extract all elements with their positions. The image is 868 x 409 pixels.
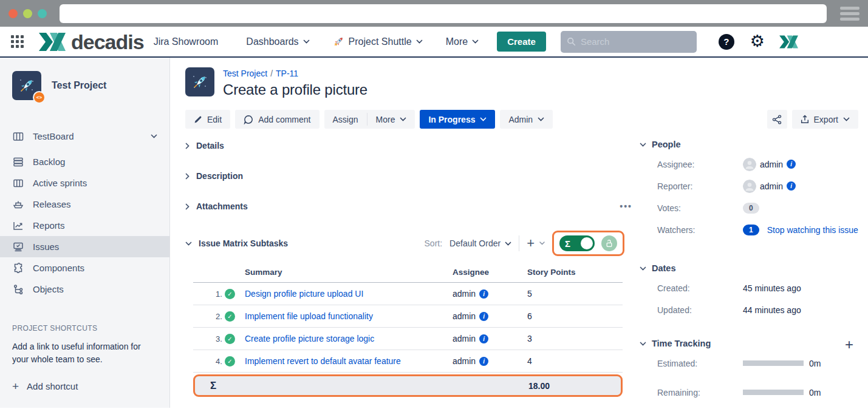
url-input[interactable] (60, 4, 827, 23)
project-header[interactable]: <> Test Project (0, 71, 169, 100)
column-assignee: Assignee (453, 268, 527, 277)
chevron-down-icon[interactable] (151, 134, 157, 138)
sum-toggle-on[interactable]: Σ (559, 235, 595, 251)
add-subtask-button[interactable]: + (527, 237, 545, 250)
project-avatar: <> (12, 71, 41, 100)
dates-header[interactable]: Dates (640, 263, 858, 273)
section-description[interactable]: Description (185, 170, 640, 182)
app-switcher-icon[interactable] (11, 35, 24, 48)
chevron-down-icon[interactable] (640, 143, 646, 147)
section-attachments[interactable]: Attachments ••• (185, 200, 640, 212)
chevron-down-icon[interactable] (640, 342, 646, 346)
info-icon[interactable]: i (479, 289, 488, 299)
sidebar-item-components[interactable]: Components (0, 257, 169, 279)
nav-project-shuttle[interactable]: Project Shuttle (333, 36, 423, 47)
info-icon[interactable]: i (479, 357, 488, 366)
settings-gear-icon[interactable]: ⚙ (750, 33, 765, 50)
section-details[interactable]: Details (185, 140, 640, 152)
subtask-row: 3.✓ Create profile picture storage logic… (193, 328, 623, 350)
remaining-bar (743, 390, 804, 395)
sort-dropdown[interactable]: Default Order (449, 238, 511, 248)
chevron-down-icon (538, 117, 544, 121)
decadis-logo[interactable]: decadis (38, 30, 144, 54)
chevron-down-icon (472, 39, 479, 44)
avatar (743, 158, 756, 171)
info-icon[interactable]: i (479, 334, 488, 343)
nav-dashboards[interactable]: Dashboards (246, 36, 309, 47)
sidebar-item-objects[interactable]: Objects (0, 279, 169, 300)
share-button[interactable] (767, 110, 787, 129)
subtask-link[interactable]: Create profile picture storage logic (245, 334, 374, 343)
subtask-link[interactable]: Implement revert to default avatar featu… (245, 356, 401, 366)
add-shortcut-button[interactable]: + Add shortcut (12, 380, 157, 392)
unlock-button[interactable] (601, 235, 617, 251)
sidebar-item-releases[interactable]: Releases (0, 194, 169, 215)
chevron-down-icon[interactable] (185, 242, 192, 246)
plus-icon: + (12, 380, 19, 392)
chevron-down-icon[interactable] (640, 266, 646, 271)
info-icon[interactable]: i (787, 181, 796, 191)
breadcrumb-project-link[interactable]: Test Project (223, 69, 267, 78)
row-number: 1. (216, 289, 222, 299)
search-box[interactable] (561, 31, 697, 53)
nav-more[interactable]: More (446, 36, 479, 47)
breadcrumb-issue-key-link[interactable]: TP-11 (276, 69, 298, 78)
edit-button[interactable]: Edit (185, 110, 230, 129)
time-tracking-header[interactable]: Time Tracking + (640, 339, 858, 348)
time-tracking-group: Time Tracking + Estimated: 0m Remaining:… (640, 339, 858, 409)
row-number: 2. (216, 312, 222, 321)
search-input[interactable] (581, 36, 691, 47)
stop-watching-link[interactable]: Stop watching this issue (767, 225, 858, 235)
chevron-down-icon[interactable] (539, 242, 545, 245)
issue-toolbar: Edit Add comment Assign More In Progress (185, 110, 858, 129)
avatar-logo-mark (779, 33, 798, 50)
people-header[interactable]: People (640, 140, 858, 149)
user-avatar[interactable] (779, 33, 798, 50)
status-dropdown-button[interactable]: In Progress (420, 110, 495, 129)
subtasks-table-header: Summary Assignee Story Points (193, 262, 623, 283)
reporter-name[interactable]: admin (760, 181, 783, 191)
assign-button[interactable]: Assign (324, 110, 367, 129)
watchers-badge[interactable]: 1 (743, 225, 759, 235)
dates-group: Dates Created: 45 minutes ago Updated: 4… (640, 263, 858, 317)
sidebar-item-active-sprints[interactable]: Active sprints (0, 172, 169, 194)
remaining-value: 0m (809, 388, 821, 397)
log-work-plus-icon[interactable]: + (845, 336, 853, 353)
subtask-link[interactable]: Design profile picture upload UI (245, 289, 363, 299)
create-button[interactable]: Create (497, 32, 546, 52)
attachments-more-actions-icon[interactable]: ••• (620, 201, 632, 211)
issue-side-column: People Assignee: admin i Reporter: (640, 129, 858, 409)
sidebar-item-testboard[interactable]: TestBoard (0, 126, 169, 147)
issue-matrix-title[interactable]: Issue Matrix Subtasks (199, 238, 288, 248)
sidebar-item-backlog[interactable]: Backlog (0, 151, 169, 172)
comment-bubble-icon (244, 115, 253, 124)
column-summary: Summary (245, 268, 453, 277)
chevron-down-icon (505, 242, 511, 246)
more-button[interactable]: More (367, 110, 415, 129)
screen: decadis Jira Showroom Dashboards (0, 0, 868, 409)
votes-badge[interactable]: 0 (743, 203, 759, 214)
assignee-name[interactable]: admin (760, 160, 783, 169)
window-maximize-icon[interactable] (38, 9, 47, 18)
window-close-icon[interactable] (9, 9, 18, 18)
assignee-row: Assignee: admin i (657, 157, 858, 171)
sprints-icon (12, 177, 24, 189)
export-dropdown-button[interactable]: Export (792, 110, 858, 129)
window-minimize-icon[interactable] (23, 9, 32, 18)
hamburger-menu-icon[interactable] (840, 7, 859, 21)
sigma-icon: Σ (210, 380, 216, 392)
chevron-right-icon[interactable] (185, 173, 190, 180)
chevron-right-icon[interactable] (185, 143, 190, 149)
sidebar-item-issues[interactable]: Issues (0, 236, 169, 257)
chevron-right-icon[interactable] (185, 203, 190, 210)
add-comment-button[interactable]: Add comment (235, 110, 319, 129)
issue-header: Test Project/TP-11 Create a profile pict… (185, 67, 858, 98)
sidebar-item-reports[interactable]: Reports (0, 215, 169, 236)
subtask-link[interactable]: Implement file upload functionality (245, 311, 373, 321)
help-button[interactable]: ? (719, 34, 734, 50)
admin-dropdown-button[interactable]: Admin (500, 110, 553, 129)
info-icon[interactable]: i (479, 312, 488, 321)
search-icon (567, 36, 576, 47)
info-icon[interactable]: i (787, 160, 796, 169)
story-points: 4 (527, 356, 623, 366)
